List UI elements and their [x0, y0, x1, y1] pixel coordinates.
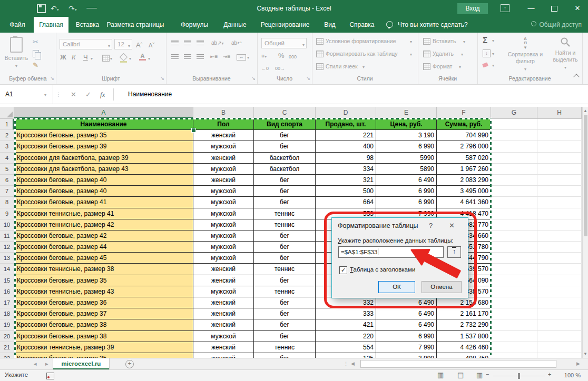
select-all-corner[interactable]: [0, 107, 14, 119]
cell-D8[interactable]: 664: [316, 197, 376, 208]
cell-D2[interactable]: 221: [316, 130, 376, 141]
cell-H9[interactable]: [537, 208, 582, 219]
horizontal-scrollbar[interactable]: [358, 360, 574, 368]
cell-B1[interactable]: Пол: [193, 119, 254, 130]
cell-G8[interactable]: [491, 197, 537, 208]
autosum-icon[interactable]: Σ: [483, 36, 487, 44]
cell-E3[interactable]: 6 990: [376, 141, 437, 152]
cell-H15[interactable]: [537, 275, 582, 286]
cell-A16[interactable]: Кроссовки теннисные, размер 43: [14, 286, 193, 297]
cell-C3[interactable]: бег: [254, 141, 316, 152]
cell-D5[interactable]: 334: [316, 164, 376, 175]
cell-H5[interactable]: [537, 164, 582, 175]
cell-E8[interactable]: 6 990: [376, 197, 437, 208]
cell-D20[interactable]: 220: [316, 331, 376, 342]
cell-H19[interactable]: [537, 319, 582, 330]
formula-bar-handle[interactable]: ⋮: [56, 85, 61, 104]
normal-view-icon[interactable]: ▦: [437, 371, 444, 379]
increase-indent-icon[interactable]: ⇥≡: [223, 53, 230, 61]
cell-C10[interactable]: теннис: [254, 219, 316, 230]
cell-D3[interactable]: 400: [316, 141, 376, 152]
row-header-3[interactable]: 3: [0, 141, 14, 152]
font-color-icon[interactable]: А: [139, 53, 146, 61]
cell-A11[interactable]: Кроссовки беговые, размер 42: [14, 230, 193, 242]
increase-decimal-icon[interactable]: ←0: [261, 64, 269, 73]
format-button[interactable]: Формат: [433, 63, 452, 70]
cell-A12[interactable]: Кроссовки беговые, размер 44: [14, 242, 193, 253]
cell-A4[interactable]: Кроссовки для баскетбола, размер 39: [14, 153, 193, 164]
cell-G21[interactable]: [491, 342, 537, 353]
decrease-indent-icon[interactable]: ⇤≡: [210, 53, 218, 61]
horizontal-scroll-thumb[interactable]: [360, 360, 556, 368]
cell-F1[interactable]: Сумма, руб.: [437, 119, 491, 130]
cell-C9[interactable]: теннис: [254, 208, 316, 219]
ribbon-display-options-icon[interactable]: ↑: [501, 4, 509, 12]
cell-H10[interactable]: [537, 219, 582, 230]
cell-G17[interactable]: [491, 297, 537, 308]
cell-C6[interactable]: бег: [254, 175, 316, 186]
cell-B10[interactable]: мужской: [193, 219, 254, 230]
borders-dropdown-icon[interactable]: [110, 56, 112, 61]
grow-font-button[interactable]: А^: [136, 39, 142, 49]
cell-E21[interactable]: 7 990: [376, 342, 437, 353]
cell-A9[interactable]: Кроссовки теннисные, размер 41: [14, 208, 193, 219]
cell-H8[interactable]: [537, 197, 582, 208]
cell-G7[interactable]: [491, 186, 537, 197]
row-header-14[interactable]: 14: [0, 264, 14, 275]
find-select-button[interactable]: Найти и выделить: [549, 37, 582, 71]
row-header-17[interactable]: 17: [0, 297, 14, 308]
row-header-5[interactable]: 5: [0, 164, 14, 175]
cell-A1[interactable]: Наименование: [14, 119, 193, 130]
cell-G3[interactable]: [491, 141, 537, 152]
column-header-F[interactable]: F: [437, 107, 491, 119]
zoom-slider-thumb[interactable]: [518, 373, 520, 379]
cell-H13[interactable]: [537, 253, 582, 264]
column-header-G[interactable]: G: [491, 107, 537, 119]
merge-dropdown-icon[interactable]: [247, 55, 249, 60]
cell-D6[interactable]: 321: [316, 175, 376, 186]
cell-H6[interactable]: [537, 175, 582, 186]
cell-F6[interactable]: 2 083 290: [437, 175, 491, 186]
cell-B7[interactable]: мужской: [193, 186, 254, 197]
cell-B8[interactable]: мужской: [193, 197, 254, 208]
sign-in-button[interactable]: Вход: [457, 3, 488, 14]
cell-D1[interactable]: Продано, шт.: [316, 119, 376, 130]
cell-D21[interactable]: 554: [316, 342, 376, 353]
cell-G14[interactable]: [491, 264, 537, 275]
underline-button[interactable]: Ч: [83, 53, 88, 62]
fill-color-dropdown-icon[interactable]: [129, 56, 131, 61]
sort-filter-button[interactable]: АЯ ▼ Сортировка и фильтр: [505, 37, 546, 72]
tab-data[interactable]: Данные: [219, 17, 251, 33]
copy-icon[interactable]: [33, 50, 39, 57]
cell-G13[interactable]: [491, 253, 537, 264]
maximize-button[interactable]: [544, 0, 565, 17]
cell-G2[interactable]: [491, 130, 537, 141]
cell-styles-button[interactable]: Стили ячеек: [326, 63, 358, 70]
cell-C16[interactable]: теннис: [254, 286, 316, 297]
cell-F20[interactable]: 1 537 800: [437, 331, 491, 342]
bold-button[interactable]: Ж: [60, 53, 66, 62]
font-color-dropdown-icon[interactable]: [148, 56, 150, 61]
cell-B11[interactable]: мужской: [193, 230, 254, 242]
cell-F22[interactable]: 498 750: [437, 353, 491, 358]
cell-C14[interactable]: теннис: [254, 264, 316, 275]
cell-A21[interactable]: Кроссовки теннисные, размер 39: [14, 342, 193, 353]
cell-B18[interactable]: женский: [193, 308, 254, 319]
cell-C22[interactable]: бег: [254, 353, 316, 358]
cell-A8[interactable]: Кроссовки беговые, размер 41: [14, 197, 193, 208]
tab-formulas[interactable]: Формулы: [177, 17, 212, 33]
cell-G22[interactable]: [491, 353, 537, 358]
cell-G9[interactable]: [491, 208, 537, 219]
cell-B19[interactable]: женский: [193, 319, 254, 330]
cell-B3[interactable]: мужской: [193, 141, 254, 152]
number-format-combo[interactable]: Общий: [261, 38, 307, 48]
row-header-19[interactable]: 19: [0, 319, 14, 330]
cell-D19[interactable]: 421: [316, 319, 376, 330]
cell-H14[interactable]: [537, 264, 582, 275]
comma-style-icon[interactable]: 000: [289, 53, 297, 61]
cell-E20[interactable]: 6 990: [376, 331, 437, 342]
cell-C1[interactable]: Вид спорта: [254, 119, 316, 130]
cell-F4[interactable]: 587 020: [437, 153, 491, 164]
cell-A2[interactable]: Кроссовки беговые, размер 35: [14, 130, 193, 141]
cell-H3[interactable]: [537, 141, 582, 152]
